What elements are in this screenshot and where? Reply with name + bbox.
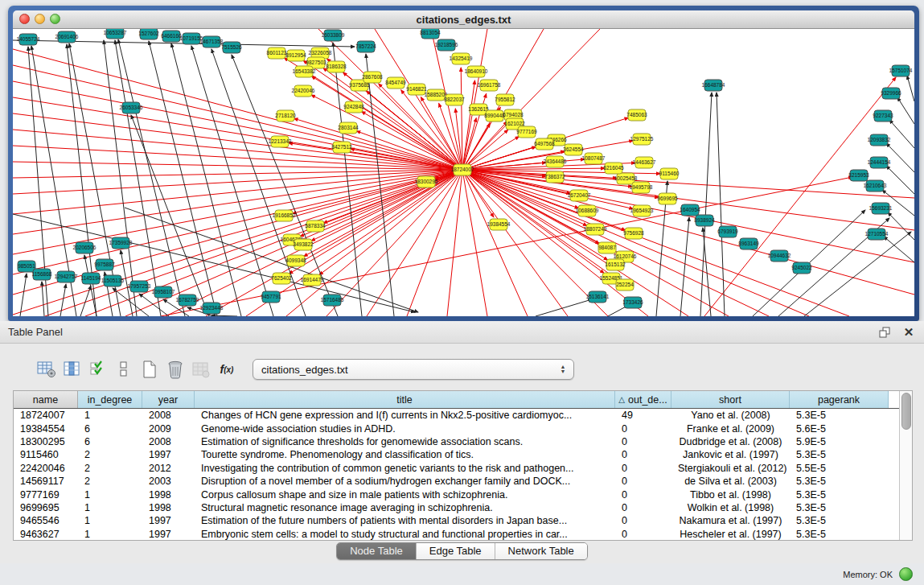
graph-node[interactable]: 8912954	[285, 50, 306, 61]
graph-node[interactable]: 17957253	[128, 281, 151, 292]
function-builder-icon[interactable]: f(x)	[216, 358, 238, 381]
tab-node-table[interactable]: Node Table	[337, 543, 417, 559]
graph-node[interactable]: 15136141	[586, 291, 610, 303]
graph-node[interactable]: 19495798	[630, 182, 653, 193]
graph-node[interactable]: 16210643	[864, 180, 887, 192]
graph-node[interactable]: 8454749	[385, 77, 406, 89]
vertical-scrollbar[interactable]	[899, 391, 912, 540]
graph-node[interactable]: 8822037	[444, 94, 465, 105]
table-options-icon[interactable]	[35, 358, 58, 381]
graph-node[interactable]: 9227343	[873, 110, 893, 122]
graph-node[interactable]: 15716485	[321, 295, 344, 306]
graph-node[interactable]: 10653287	[104, 29, 127, 39]
graph-node[interactable]: 9245022	[791, 262, 812, 274]
graph-node[interactable]: 12710554	[865, 229, 889, 240]
graph-node[interactable]: 8215953	[848, 170, 869, 181]
graph-node[interactable]: 8963149	[738, 238, 759, 249]
graph-node[interactable]: 9756928	[623, 228, 644, 239]
graph-node[interactable]: 12444154	[868, 157, 891, 168]
new-column-icon[interactable]	[138, 358, 161, 381]
graph-node[interactable]: 16543382	[293, 66, 316, 77]
graph-node[interactable]: 12923448	[200, 303, 224, 314]
graph-node[interactable]: 14055724	[17, 34, 40, 45]
graph-node[interactable]: 8813054	[420, 29, 441, 39]
graph-node[interactable]: 12213343	[269, 136, 292, 147]
graph-node[interactable]: 1527602	[138, 29, 159, 39]
graph-node[interactable]: 15751074	[889, 65, 913, 76]
graph-node[interactable]: 15693231	[869, 203, 893, 214]
graph-node[interactable]: 6216045	[603, 163, 624, 174]
column-header-pagerank[interactable]: pagerank	[790, 391, 889, 408]
tab-edge-table[interactable]: Edge Table	[417, 543, 495, 559]
graph-node[interactable]: 1640954	[680, 204, 700, 216]
graph-node[interactable]: 10944632	[768, 250, 791, 262]
table-row[interactable]: 946362711997Embryonic stem cells: a mode…	[14, 528, 899, 540]
graph-node[interactable]: 7857224	[355, 41, 376, 52]
table-row[interactable]: 1456911722003Disruption of a novel membe…	[14, 475, 899, 488]
graph-node[interactable]: 10688609	[576, 205, 599, 216]
network-window-titlebar[interactable]: citations_edges.txt	[13, 10, 914, 29]
graph-node[interactable]: 5878334	[305, 220, 326, 232]
graph-node[interactable]: 7515526	[221, 42, 242, 53]
row-height-icon[interactable]	[113, 358, 135, 381]
graph-hub-node[interactable]: 18724007	[451, 164, 474, 175]
graph-node[interactable]: 12093832	[868, 134, 891, 146]
table-row[interactable]: 2242004622012Investigating the contribut…	[14, 462, 899, 475]
column-header-title[interactable]: title	[195, 391, 615, 408]
graph-node[interactable]: 20206506	[73, 242, 97, 253]
graph-node[interactable]: 9115460	[659, 168, 680, 179]
graph-node[interactable]: 14671358	[200, 36, 224, 47]
table-selector-dropdown[interactable]: citations_edges.txt ▲▼	[253, 359, 574, 380]
graph-node[interactable]: 24364486	[544, 156, 567, 167]
graph-node[interactable]: 2867608	[362, 72, 383, 83]
graph-node[interactable]: 6497568	[534, 138, 555, 150]
graph-node[interactable]: 8938924	[694, 215, 715, 226]
table-row[interactable]: 946554611997Estimation of the future num…	[14, 514, 899, 527]
column-header-short[interactable]: short	[671, 391, 790, 408]
graph-node[interactable]: 6466160	[161, 31, 182, 42]
table-row[interactable]: 977716911998Corpus callosum shape and si…	[14, 488, 899, 501]
graph-node[interactable]: 18300295	[415, 176, 438, 187]
graph-node[interactable]: 19218596	[435, 39, 458, 51]
graph-node[interactable]: 18807249	[584, 224, 607, 235]
table-row[interactable]: 1830029562008Estimation of significance …	[14, 435, 899, 448]
graph-node[interactable]: 9975887	[94, 259, 115, 270]
graph-node[interactable]: 20691406	[55, 31, 79, 43]
table-row[interactable]: 1872400712008Changes of HCN gene express…	[14, 409, 899, 422]
graph-node[interactable]: 9699695	[657, 193, 678, 204]
graph-node[interactable]: 9777169	[516, 126, 537, 138]
graph-node[interactable]: 16033809	[322, 30, 345, 41]
graph-node[interactable]: 1145194	[81, 273, 101, 284]
column-header-in-degree[interactable]: in_degree	[78, 391, 142, 408]
graph-node[interactable]: 6793919	[717, 226, 738, 237]
zoom-button[interactable]	[50, 14, 60, 24]
column-header-out-de-[interactable]: △out_de...	[615, 391, 671, 408]
memory-ok-indicator[interactable]	[899, 567, 913, 581]
graph-node[interactable]: 19654923	[630, 205, 654, 216]
delete-column-icon[interactable]	[164, 358, 187, 381]
graph-node[interactable]: 8427512	[331, 142, 352, 153]
graph-node[interactable]: 7625402	[271, 273, 292, 284]
graph-node[interactable]: 8601123	[267, 47, 287, 59]
graph-node[interactable]: 10958107	[152, 286, 175, 298]
graph-node[interactable]: 2718120	[275, 110, 296, 122]
graph-node[interactable]: 2803144	[338, 122, 359, 134]
column-header-name[interactable]: name	[14, 391, 78, 408]
graph-node[interactable]: 3493822	[293, 239, 314, 250]
graph-node[interactable]: 7386372	[544, 171, 565, 183]
table-row[interactable]: 911546021997Tourette syndrome. Phenomeno…	[14, 448, 899, 461]
graph-node[interactable]: 14325419	[450, 53, 473, 64]
graph-node[interactable]: 9329966	[881, 88, 901, 99]
graph-node[interactable]: 4099348	[285, 255, 306, 266]
select-rows-icon[interactable]	[87, 358, 109, 381]
graph-node[interactable]: 7485063	[626, 109, 647, 121]
tab-network-table[interactable]: Network Table	[495, 543, 587, 559]
graph-node[interactable]: 12975125	[630, 134, 654, 145]
graph-node[interactable]: 16782759	[176, 295, 199, 306]
graph-node[interactable]: 16648784	[702, 80, 725, 91]
graph-node[interactable]: 14463627	[633, 157, 656, 168]
graph-node[interactable]: 9242848	[343, 101, 364, 113]
graph-node[interactable]: 22420046	[292, 85, 315, 97]
graph-node[interactable]: 17359928	[109, 237, 133, 249]
graph-node[interactable]: 16961758	[478, 80, 501, 91]
